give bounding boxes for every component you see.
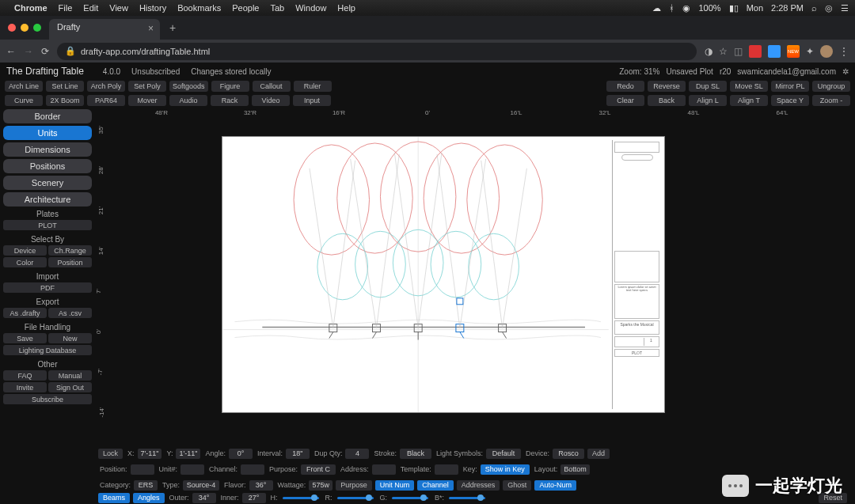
- channel-toggle[interactable]: Channel: [417, 480, 454, 491]
- action-align-t[interactable]: Align T: [730, 95, 768, 106]
- angle-field[interactable]: 0°: [229, 449, 253, 459]
- cloud-icon[interactable]: ☁: [652, 3, 661, 13]
- add-button[interactable]: Add: [587, 449, 610, 459]
- ghost-toggle[interactable]: Ghost: [503, 480, 531, 491]
- autonum-toggle[interactable]: Auto-Num: [534, 480, 576, 491]
- bookmark-icon[interactable]: ☆: [719, 46, 728, 57]
- g-slider[interactable]: [392, 497, 428, 499]
- device-field[interactable]: Rosco: [553, 449, 584, 459]
- outer-field[interactable]: 34°: [192, 493, 216, 503]
- nav-forward-icon[interactable]: →: [24, 46, 33, 57]
- purpose-toggle[interactable]: Purpose: [336, 480, 372, 491]
- flavor-field[interactable]: 36°: [249, 480, 273, 491]
- tool-rack[interactable]: Rack: [211, 95, 249, 106]
- siri-icon[interactable]: ◎: [825, 3, 833, 13]
- y-field[interactable]: 1'-11": [176, 449, 200, 459]
- export-csv-button[interactable]: As .csv: [48, 308, 92, 318]
- extension-2-icon[interactable]: [768, 45, 781, 58]
- x-field[interactable]: 7'-11": [138, 449, 162, 459]
- tool-set-line[interactable]: Set Line: [46, 81, 84, 92]
- browser-tab[interactable]: Drafty ×: [49, 19, 160, 40]
- drawing-paper[interactable]: Lorem ipsum dolor sit amet text here spe…: [222, 136, 665, 413]
- file-save-button[interactable]: Save: [3, 333, 47, 343]
- category-field[interactable]: ERS: [134, 480, 158, 491]
- extension-new-badge[interactable]: NEW: [787, 45, 800, 58]
- sidebar-scenery[interactable]: Scenery: [3, 176, 92, 190]
- action-ungroup[interactable]: Ungroup: [812, 81, 850, 92]
- maximize-window-button[interactable]: [33, 24, 41, 32]
- url-field[interactable]: 🔒 drafty-app.com/draftingTable.html: [57, 43, 697, 60]
- faq-button[interactable]: FAQ: [3, 370, 47, 381]
- subscribe-button[interactable]: Subscribe: [3, 394, 92, 404]
- select-device-button[interactable]: Device: [3, 245, 47, 256]
- tool-ruler[interactable]: Ruler: [294, 81, 332, 92]
- inner-field[interactable]: 27°: [242, 493, 266, 503]
- select-color-button[interactable]: Color: [3, 257, 47, 267]
- unitnum-field[interactable]: [180, 464, 204, 475]
- beams-toggle[interactable]: Beams: [98, 493, 130, 503]
- tool-softgoods[interactable]: Softgoods: [169, 81, 208, 92]
- layout-field[interactable]: Bottom: [560, 464, 590, 475]
- tool-curve[interactable]: Curve: [5, 95, 43, 106]
- minimize-window-button[interactable]: [21, 24, 28, 32]
- close-window-button[interactable]: [8, 24, 16, 32]
- menu-tab[interactable]: Tab: [270, 3, 284, 13]
- notif-icon[interactable]: ☰: [841, 3, 849, 13]
- action-zoom-[interactable]: Zoom -: [812, 95, 850, 106]
- plates-plot-button[interactable]: PLOT: [3, 220, 92, 230]
- action-move-sl[interactable]: Move SL: [730, 81, 768, 92]
- nav-reload-icon[interactable]: ⟳: [41, 46, 49, 57]
- menu-history[interactable]: History: [139, 3, 166, 13]
- export-drafty-button[interactable]: As .drafty: [3, 308, 47, 318]
- menu-file[interactable]: File: [59, 3, 73, 13]
- tool-arch-poly[interactable]: Arch Poly: [87, 81, 125, 92]
- h-slider[interactable]: [283, 497, 319, 499]
- b-slider[interactable]: [449, 497, 485, 499]
- tool-callout[interactable]: Callout: [253, 81, 291, 92]
- nav-back-icon[interactable]: ←: [6, 46, 16, 57]
- tool-video[interactable]: Video: [252, 95, 290, 106]
- menu-people[interactable]: People: [232, 3, 259, 13]
- action-mirror-pl[interactable]: Mirror PL: [771, 81, 809, 92]
- menu-edit[interactable]: Edit: [83, 3, 98, 13]
- bluetooth-icon[interactable]: ᚼ: [669, 3, 674, 13]
- action-align-l[interactable]: Align L: [689, 95, 727, 106]
- interval-field[interactable]: 18": [286, 449, 310, 459]
- position-field[interactable]: [131, 464, 154, 475]
- view-site-info-icon[interactable]: ◑: [705, 46, 712, 57]
- battery-icon[interactable]: ▮▯: [729, 3, 739, 13]
- wifi-icon[interactable]: ◉: [682, 3, 690, 13]
- lightsymbols-field[interactable]: Default: [486, 449, 521, 459]
- angles-toggle[interactable]: Angles: [133, 493, 165, 503]
- dupqty-field[interactable]: 4: [345, 449, 369, 459]
- extensions-icon[interactable]: ✦: [806, 46, 814, 57]
- app-name[interactable]: Chrome: [14, 3, 48, 13]
- channel-field[interactable]: [241, 464, 264, 475]
- tool-audio[interactable]: Audio: [169, 95, 207, 106]
- tool-mover[interactable]: Mover: [128, 95, 166, 106]
- addresses-toggle[interactable]: Addresses: [457, 480, 500, 491]
- r-slider[interactable]: [337, 497, 374, 499]
- menu-bookmarks[interactable]: Bookmarks: [177, 3, 221, 13]
- action-reverse[interactable]: Reverse: [648, 81, 686, 92]
- tool-set-poly[interactable]: Set Poly: [128, 81, 166, 92]
- purpose-field[interactable]: Front C: [301, 464, 336, 475]
- extension-1-icon[interactable]: [749, 45, 762, 58]
- show-in-key-button[interactable]: Show in Key: [481, 464, 530, 475]
- spotlight-icon[interactable]: ⌕: [811, 3, 817, 13]
- sidebar-border[interactable]: Border: [3, 109, 92, 123]
- action-dup-sl[interactable]: Dup SL: [689, 81, 727, 92]
- lighting-database-button[interactable]: Lighting Database: [3, 345, 92, 355]
- action-space-y[interactable]: Space Y: [771, 95, 809, 106]
- reader-icon[interactable]: ◫: [734, 46, 743, 57]
- template-field[interactable]: [435, 464, 458, 475]
- file-new-button[interactable]: New: [48, 333, 92, 343]
- sidebar-units[interactable]: Units: [3, 126, 92, 140]
- lock-button[interactable]: Lock: [98, 449, 123, 459]
- stroke-field[interactable]: Black: [400, 449, 431, 459]
- chrome-menu-icon[interactable]: ⋮: [839, 46, 849, 57]
- action-redo[interactable]: Redo: [606, 81, 644, 92]
- type-field[interactable]: Source-4: [183, 480, 219, 491]
- action-clear[interactable]: Clear: [606, 95, 644, 106]
- canvas[interactable]: 48'R32'R16'R0'16'L32'L48'L64'L 35'28'21'…: [95, 109, 850, 438]
